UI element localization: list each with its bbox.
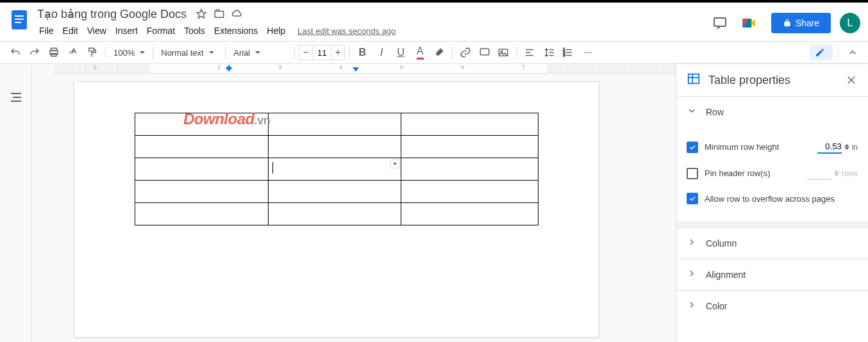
font-size-increase[interactable]: + [331,45,345,60]
share-button[interactable]: Share [771,13,831,33]
redo-button[interactable] [26,44,44,61]
min-row-height-spinner[interactable] [844,144,849,150]
min-row-height-checkbox[interactable] [687,142,698,153]
style-select[interactable]: Normal text [157,44,221,61]
chevron-right-icon [687,268,697,281]
table-row [135,203,538,225]
font-size-decrease[interactable]: − [299,45,313,60]
last-edit-link[interactable]: Last edit was seconds ago [297,26,396,36]
link-button[interactable] [456,44,474,61]
svg-rect-3 [15,22,21,23]
table-properties-panel: Table properties Row Minimum row height … [676,64,868,342]
pin-header-label: Pin header row(s) [705,168,801,178]
menu-extensions[interactable]: Extensions [210,24,262,38]
comment-button[interactable] [476,44,494,61]
first-line-indent-marker[interactable] [226,64,232,69]
menu-edit[interactable]: Edit [58,24,83,38]
left-sidebar [0,64,32,342]
toolbar: 100% Normal text Arial − + B I U A 123 [0,41,868,64]
outline-icon[interactable] [8,90,24,105]
more-button[interactable] [579,44,597,61]
overflow-label: Allow row to overflow across pages [705,194,858,204]
chevron-right-icon [687,300,697,313]
highlight-button[interactable] [430,44,448,61]
chevron-right-icon [687,237,697,250]
svg-rect-12 [481,49,490,55]
panel-title: Table properties [708,74,837,87]
chevron-down-icon [687,106,697,118]
svg-rect-30 [689,74,699,84]
cell-dropdown-icon[interactable] [390,159,399,168]
min-row-height-label: Minimum row height [705,142,811,152]
document-table[interactable] [135,113,538,225]
svg-point-24 [585,52,586,53]
table-row [135,181,538,203]
svg-rect-4 [215,12,224,18]
app-header: Tạo bảng trong Google Docs File Edit Vie… [0,3,868,41]
svg-rect-1 [15,15,24,17]
line-spacing-button[interactable] [540,44,558,61]
paint-format-button[interactable] [83,44,101,61]
editing-mode-button[interactable] [810,45,833,60]
svg-text:3: 3 [563,53,565,57]
italic-button[interactable]: I [372,44,390,61]
table-row [135,136,538,158]
svg-rect-7 [742,19,747,23]
move-icon[interactable] [213,8,225,20]
canvas-area: 1 2 3 4 5 6 7 Download.vn [32,64,676,342]
font-size-input[interactable] [313,45,331,60]
spellcheck-button[interactable] [64,44,82,61]
underline-button[interactable]: U [392,44,410,61]
align-button[interactable] [521,44,539,61]
min-row-height-input[interactable] [817,140,842,154]
pin-header-spinner [834,170,839,176]
table-row [135,113,538,136]
pin-header-checkbox[interactable] [687,168,698,179]
docs-logo-icon[interactable] [8,8,31,31]
svg-rect-8 [742,23,747,28]
meet-icon[interactable] [737,10,762,36]
svg-rect-2 [15,19,24,20]
share-label: Share [796,18,819,28]
overflow-checkbox[interactable] [687,193,698,204]
horizontal-ruler[interactable]: 1 2 3 4 5 6 7 [54,64,676,74]
font-select[interactable]: Arial [230,44,290,61]
menu-bar: File Edit View Insert Format Tools Exten… [35,23,396,38]
bold-button[interactable]: B [353,44,371,61]
table-icon [687,72,701,88]
section-alignment-header[interactable]: Alignment [676,259,868,290]
menu-view[interactable]: View [83,24,111,38]
menu-file[interactable]: File [35,24,58,38]
text-color-button[interactable]: A [411,44,429,61]
pin-header-input [807,167,831,180]
section-color-header[interactable]: Color [676,291,868,322]
undo-button[interactable] [6,44,24,61]
close-icon[interactable] [845,74,858,86]
svg-point-26 [590,52,592,53]
active-cell[interactable] [268,158,401,181]
document-title[interactable]: Tạo bảng trong Google Docs [35,6,189,22]
list-button[interactable]: 123 [560,44,578,61]
menu-format[interactable]: Format [142,24,179,38]
star-icon[interactable] [196,8,207,20]
menu-tools[interactable]: Tools [179,24,210,38]
comment-history-icon[interactable] [712,15,728,31]
section-row-header[interactable]: Row [676,97,868,127]
menu-insert[interactable]: Insert [111,24,142,38]
cloud-icon[interactable] [231,8,243,20]
svg-point-25 [587,52,588,53]
section-column-header[interactable]: Column [676,228,868,259]
image-button[interactable] [495,44,513,61]
indent-marker-right[interactable] [353,67,359,72]
document-page[interactable]: Download.vn [74,81,599,338]
menu-help[interactable]: Help [262,24,290,38]
print-button[interactable] [45,44,63,61]
zoom-select[interactable]: 100% [110,44,149,61]
hide-panel-button[interactable] [844,44,862,61]
avatar[interactable]: L [840,13,860,33]
table-row [135,158,538,181]
svg-rect-5 [714,18,726,26]
